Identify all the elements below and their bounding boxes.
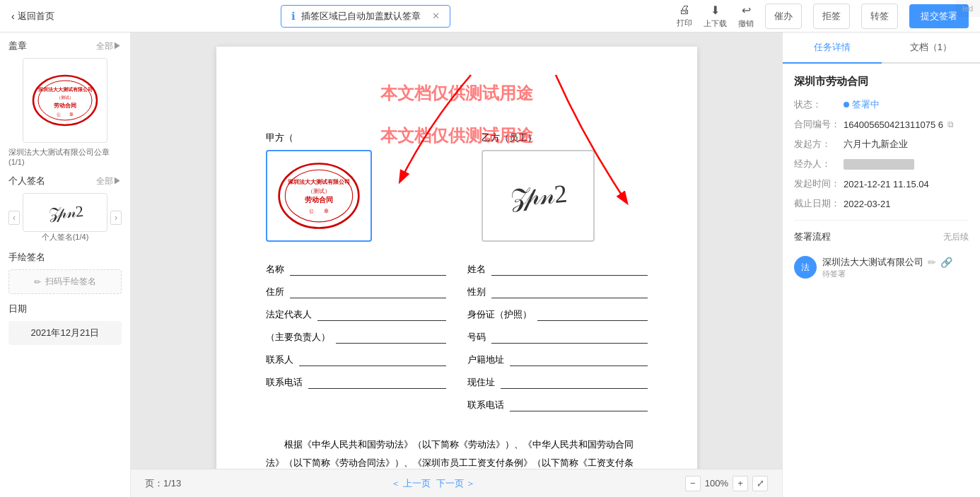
date-header: 日期 (8, 303, 122, 315)
flow-no-after: 无后续 (943, 231, 969, 243)
contract-no-value: 164005650421311075 6 ⧉ (844, 118, 969, 131)
revoke-action[interactable]: ↩ 撤销 (738, 4, 754, 29)
status-label: 状态： (794, 98, 844, 111)
next-page-button[interactable]: 下一页 ＞ (436, 477, 476, 490)
info-row-send-time: 发起时间： 2021-12-21 11.15.04 (794, 177, 969, 190)
personal-sign-header: 个人签名 全部▶ (8, 175, 122, 187)
document-scroll[interactable]: 本文档仅供测试用途 本文档仅供测试用途 甲方（ (131, 33, 782, 469)
seal-section: 盖章 全部▶ 深圳法大大测试有限公司 （测试） 劳动合同 公 章 深圳法大大测试… (0, 40, 130, 166)
toolbar-actions: 🖨 打印 ⬇ 上下载 ↩ 撤销 催办 拒签 转签 提交签署 (677, 4, 969, 29)
flow-item: 法 深圳法大大测试有限公司 ✏ 🔗 待签署 (794, 250, 969, 285)
personal-sign-title: 个人签名 (8, 175, 45, 187)
company-seal-label: 深圳法大大测试有限公司公章(1/1) (8, 147, 122, 166)
back-arrow-icon: ‹ (11, 11, 15, 22)
tab-document[interactable]: 文档（1） (882, 33, 981, 62)
print-action[interactable]: 🖨 打印 (677, 4, 692, 28)
back-button[interactable]: ‹ 返回首页 (11, 10, 54, 23)
contract-fields: 名称 住所 法定代表人 （主要负责人） (266, 263, 648, 421)
party-a-seal-box: 深圳法大大测试有限公司 （测试） 劳动合同 公 章 (266, 150, 372, 242)
copy-icon[interactable]: ⧉ (947, 119, 954, 129)
zoom-in-button[interactable]: + (733, 476, 748, 491)
download-icon: ⬇ (711, 4, 720, 17)
svg-text:（测试）: （测试） (57, 95, 74, 100)
personal-seal[interactable]: 𝒵𝓅𝓃2 个人签名(1/4) (23, 193, 107, 242)
svg-text:深圳法大大测试有限公司: 深圳法大大测试有限公司 (288, 179, 350, 185)
deadline-value: 2022-03-21 (844, 197, 969, 210)
handwrite-section: 手绘签名 ✏ 扫码手绘签名 (0, 251, 130, 294)
date-section: 日期 2021年12月21日 (0, 303, 130, 345)
status-dot-icon (844, 102, 849, 107)
field-name-a: 名称 (266, 263, 446, 276)
field-phone-a: 联系电话 (266, 376, 446, 389)
initiator-label: 发起方： (794, 138, 844, 151)
zoom-out-button[interactable]: − (685, 476, 701, 491)
prev-page-button[interactable]: ＜ 上一页 (391, 477, 431, 490)
info-icon: ℹ (291, 10, 296, 23)
field-huji: 户籍地址 (467, 353, 648, 366)
svg-point-0 (33, 76, 97, 125)
right-tabs: 任务详情 文档（1） (783, 33, 980, 64)
personal-next-button[interactable]: › (110, 211, 122, 225)
toast-close-button[interactable]: ✕ (432, 11, 440, 21)
contract-body-text: 根据《中华人民共和国劳动法》（以下简称《劳动法》）、《中华人民共和国劳动合同法》… (266, 435, 648, 469)
svg-text:深圳法大大测试有限公司: 深圳法大大测试有限公司 (38, 86, 93, 93)
zoom-controls: − 100% + ⤢ (685, 476, 768, 491)
handler-label: 经办人： (794, 158, 844, 170)
fit-page-button[interactable]: ⤢ (752, 476, 768, 491)
seal-section-header: 盖章 全部▶ (8, 40, 122, 52)
personal-signature-image: 𝒵𝓅𝓃2 (23, 193, 107, 232)
field-id-num: 号码 (467, 331, 648, 344)
toolbar-center: ℹ 插签区域已自动加盖默认签章 ✕ (63, 5, 668, 28)
contract-parties: 甲方（ 深圳法大大测试有限公司 （测试） 劳动合同 公 章 (266, 131, 648, 249)
document-page: 本文档仅供测试用途 本文档仅供测试用途 甲方（ (216, 47, 697, 469)
info-row-status: 状态： 签署中 (794, 98, 969, 111)
reject-button[interactable]: 拒签 (813, 4, 850, 29)
field-address-a: 住所 (266, 286, 446, 298)
party-a-label: 甲方（ (266, 131, 432, 144)
info-row-initiator: 发起方： 六月十九新企业 (794, 138, 969, 151)
field-name-b: 姓名 (467, 263, 648, 276)
personal-sign-all[interactable]: 全部▶ (96, 175, 122, 187)
page-navigation: ＜ 上一页 下一页 ＞ (391, 477, 475, 490)
field-legal-rep: 法定代表人 (266, 308, 446, 321)
print-icon: 🖨 (679, 4, 690, 16)
send-time-label: 发起时间： (794, 177, 844, 190)
date-value: 2021年12月21日 (8, 321, 122, 345)
field-contact-a: 联系人 (266, 353, 446, 366)
right-content: 深圳市劳动合同 状态： 签署中 合同编号： 164005650421311075… (783, 64, 980, 296)
toast-text: 插签区域已自动加盖默认签章 (301, 10, 421, 23)
left-sidebar: 盖章 全部▶ 深圳法大大测试有限公司 （测试） 劳动合同 公 章 深圳法大大测试… (0, 33, 131, 497)
deadline-label: 截止日期： (794, 197, 844, 210)
party-a: 甲方（ 深圳法大大测试有限公司 （测试） 劳动合同 公 章 (266, 131, 432, 249)
handwrite-header: 手绘签名 (8, 251, 122, 264)
flow-name-row: 深圳法大大测试有限公司 ✏ 🔗 (822, 256, 969, 269)
scan-sign-button[interactable]: ✏ 扫码手绘签名 (8, 269, 122, 294)
svg-text:（测试）: （测试） (308, 188, 330, 194)
divider (794, 220, 969, 221)
watermark-text-1: 本文档仅供测试用途 (216, 82, 697, 105)
flow-info: 深圳法大大测试有限公司 ✏ 🔗 待签署 (822, 256, 969, 279)
company-seal[interactable]: 深圳法大大测试有限公司 （测试） 劳动合同 公 章 深圳法大大测试有限公司公章(… (8, 58, 122, 166)
svg-text:劳动合同: 劳动合同 (54, 103, 76, 109)
field-id: 身份证（护照） (467, 308, 648, 321)
party-b-label: 乙方（员工） (482, 131, 648, 144)
flow-title: 签署流程 (794, 230, 831, 243)
flow-section: 签署流程 无后续 法 深圳法大大测试有限公司 ✏ 🔗 待签署 (794, 230, 969, 285)
download-action[interactable]: ⬇ 上下载 (704, 4, 727, 29)
transfer-button[interactable]: 转签 (861, 4, 898, 29)
field-main-person: （主要负责人） (266, 331, 446, 344)
field-address-b: 现住址 (467, 376, 648, 389)
seal-section-all[interactable]: 全部▶ (96, 40, 122, 52)
party-b: 乙方（员工） 𝒵𝓅𝓃2 (482, 131, 648, 249)
personal-seal-container: ‹ 𝒵𝓅𝓃2 个人签名(1/4) › (8, 193, 122, 242)
date-title: 日期 (8, 303, 27, 315)
flow-link-icon[interactable]: 🔗 (940, 257, 952, 268)
personal-prev-button[interactable]: ‹ (8, 211, 20, 225)
handwrite-title: 手绘签名 (8, 251, 45, 264)
contract-title: 深圳市劳动合同 (794, 75, 969, 88)
scan-icon: ✏ (34, 277, 41, 287)
flow-edit-icon[interactable]: ✏ (928, 257, 936, 268)
urge-button[interactable]: 催办 (765, 4, 802, 29)
toolbar: ‹ 返回首页 ℹ 插签区域已自动加盖默认签章 ✕ 🖨 打印 ⬇ 上下载 ↩ 撤销… (0, 0, 980, 33)
tab-task-detail[interactable]: 任务详情 (783, 33, 882, 62)
